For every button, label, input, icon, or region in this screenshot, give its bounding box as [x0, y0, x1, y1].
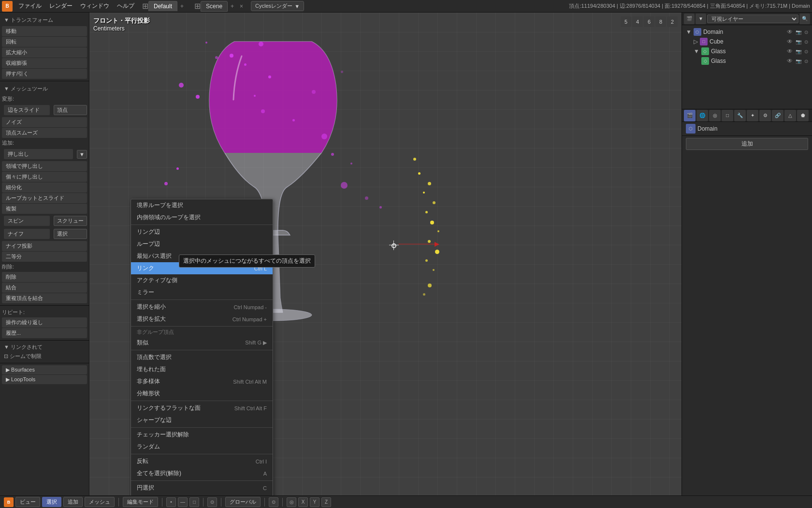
scene-camera-btn[interactable]: 🎬 [684, 14, 695, 24]
push-pull-btn[interactable]: 押す/引く [2, 69, 87, 79]
scene-tab-add[interactable]: + [228, 2, 237, 11]
edit-mode-btn[interactable]: 編集モード [123, 497, 158, 507]
ctx-item-チェッカー選択解除[interactable]: チェッカー選択解除 [131, 429, 273, 441]
extrude-dropdown-btn[interactable]: ▼ [77, 150, 87, 159]
blender-icon[interactable]: B [2, 1, 13, 12]
mirror-x-icon[interactable]: X [298, 497, 308, 507]
extrude-region-btn[interactable]: 領域で押し出し [2, 161, 87, 171]
menu-window[interactable]: ウィンドウ [76, 1, 113, 11]
bisect-btn[interactable]: 二等分 [2, 252, 87, 262]
bsurfaces-btn[interactable]: ▶ Bsurfaces [2, 365, 87, 374]
cube-render-icon[interactable]: ⊙ [804, 39, 808, 45]
cube-camera-icon[interactable]: 📷 [796, 39, 801, 45]
scene-view-select[interactable]: 可視レイヤー [707, 15, 798, 23]
move-btn[interactable]: 移動 [2, 26, 87, 36]
glass-render-icon[interactable]: ⊙ [804, 49, 808, 54]
snap-icon[interactable]: ⊙ [207, 497, 217, 507]
glass-child-camera-icon[interactable]: 📷 [796, 59, 801, 64]
numpad-6-icon[interactable]: 6 [644, 16, 654, 27]
scale-btn[interactable]: 拡大縮小 [2, 47, 87, 58]
particle-props-icon[interactable]: ✦ [747, 110, 758, 121]
data-props-icon[interactable]: △ [784, 110, 796, 121]
menu-file[interactable]: ファイル [14, 1, 45, 11]
numpad-8-icon[interactable]: 8 [655, 16, 666, 27]
ctx-item-境界ループを選択[interactable]: 境界ループを選択 [131, 199, 273, 211]
tree-item-cube[interactable]: ▷ □ Cube 👁 📷 ⊙ [692, 37, 810, 46]
face-mode-icon[interactable]: □ [189, 497, 199, 507]
tree-item-glass-child[interactable]: ◇ Glass 👁 📷 ⊙ [699, 56, 810, 66]
menu-render[interactable]: レンダー [45, 1, 76, 11]
ctx-item-内側領域のループを選択[interactable]: 内側領域のループを選択 [131, 211, 273, 224]
domain-eye-icon[interactable]: 👁 [787, 29, 793, 35]
ctx-item-円選択[interactable]: 円選択C [131, 482, 273, 494]
edge-slide-btn[interactable]: 辺をスライド [4, 105, 50, 115]
tree-item-glass-parent[interactable]: ▼ ◇ Glass 👁 📷 ⊙ [692, 46, 810, 56]
mirror-y-icon[interactable]: Y [310, 497, 319, 507]
global-btn[interactable]: グローバル [225, 497, 261, 507]
domain-render-icon[interactable]: ⊙ [804, 30, 808, 35]
repeat-btn[interactable]: 操作の繰り返し [2, 317, 87, 328]
ctx-item-矩形選択[interactable]: 矩形選択B [131, 494, 273, 495]
render-props-icon[interactable]: 🎬 [684, 110, 696, 121]
domain-type-icon[interactable]: ⬡ [686, 124, 696, 134]
glass-eye-icon[interactable]: 👁 [787, 48, 793, 55]
extrude-btn[interactable]: 押し出し [4, 149, 73, 159]
cube-eye-icon[interactable]: 👁 [787, 38, 793, 45]
blender-small-icon[interactable]: B [4, 497, 14, 507]
smooth-btn[interactable]: 頂点スムーズ [2, 128, 87, 138]
glass-child-render-icon[interactable]: ⊙ [804, 59, 808, 64]
menu-help[interactable]: ヘルプ [113, 1, 138, 11]
knife-project-btn[interactable]: ナイフ投影 [2, 241, 87, 251]
rotate-btn[interactable]: 回転 [2, 37, 87, 47]
glass-child-eye-icon[interactable]: 👁 [787, 58, 793, 64]
spin-btn[interactable]: スピン [4, 216, 50, 226]
ctx-item-選択を縮小[interactable]: 選択を縮小Ctrl Numpad - [131, 301, 273, 313]
scene-filter-btn[interactable]: ▼ [696, 14, 706, 24]
merge-btn[interactable]: 結合 [2, 283, 87, 293]
subdivide-btn[interactable]: 細分化 [2, 182, 87, 193]
ctx-item-ミラー[interactable]: ミラー [131, 286, 273, 299]
tab-add[interactable]: + [177, 2, 187, 11]
extrude-individual-btn[interactable]: 個々に押し出し [2, 172, 87, 182]
numpad-5-icon[interactable]: 5 [621, 16, 631, 27]
vertex-mode-icon[interactable]: • [166, 497, 176, 507]
object-props-icon[interactable]: □ [722, 110, 733, 121]
ctx-item-類似[interactable]: 類似Shift G ▶ [131, 337, 273, 349]
view-menu-btn[interactable]: ビュー [15, 497, 40, 507]
scene-tab-close[interactable]: × [238, 2, 245, 11]
delete-btn[interactable]: 削除 [2, 272, 87, 282]
onion-icon[interactable]: ◎ [287, 497, 296, 507]
ctx-item-非多様体[interactable]: 非多様体Shift Ctrl Alt M [131, 375, 273, 388]
tree-item-domain[interactable]: ▼ ⬡ Domain 👁 📷 ⊙ [684, 27, 810, 37]
mirror-z-icon[interactable]: Z [321, 497, 331, 507]
ctx-item-全てを選択(解除)[interactable]: 全てを選択(解除)A [131, 467, 273, 479]
looptools-btn[interactable]: ▶ LoopTools [2, 375, 87, 384]
ctx-item-埋もれた面[interactable]: 埋もれた面 [131, 363, 273, 375]
ctx-item-反転[interactable]: 反転Ctrl I [131, 455, 273, 467]
proportional-icon[interactable]: ⊙ [269, 497, 278, 507]
ctx-item-リング辺[interactable]: リング辺 [131, 226, 273, 238]
scene-props-icon[interactable]: 🌐 [696, 110, 708, 121]
ctx-item-頂点数で選択[interactable]: 頂点数で選択 [131, 351, 273, 363]
select-menu-btn[interactable]: 選択 [42, 497, 61, 507]
ctx-item-ランダム[interactable]: ランダム [131, 441, 273, 453]
merge-duplicate-btn[interactable]: 重複頂点を結合 [2, 293, 87, 303]
ctx-item-選択を拡大[interactable]: 選択を拡大Ctrl Numpad + [131, 313, 273, 325]
mesh-menu-btn[interactable]: メッシュ [85, 497, 115, 507]
ctx-item-リンクするフラットな面[interactable]: リンクするフラットな面Shift Ctrl Alt F [131, 402, 273, 414]
history-btn[interactable]: 履歴... [2, 328, 87, 338]
shrink-btn[interactable]: 収縮膨張 [2, 58, 87, 68]
scene-search-btn[interactable]: 🔍 [799, 14, 810, 24]
glass-camera-icon[interactable]: 📷 [796, 49, 801, 54]
tab-scene[interactable]: Scene [201, 1, 228, 12]
ctx-item-分離形状[interactable]: 分離形状 [131, 388, 273, 400]
numpad-2-icon[interactable]: 2 [667, 16, 678, 27]
add-btn[interactable]: 追加 [686, 138, 808, 150]
edge-mode-icon[interactable]: — [178, 497, 188, 507]
ctx-item-シャープな辺[interactable]: シャープな辺 [131, 414, 273, 426]
add-menu-btn[interactable]: 追加 [63, 497, 83, 507]
ctx-item-アクティブな側[interactable]: アクティブな側 [131, 274, 273, 286]
numpad-4-icon[interactable]: 4 [632, 16, 643, 27]
domain-camera-icon[interactable]: 📷 [796, 30, 801, 35]
duplicate-btn[interactable]: 複製 [2, 204, 87, 214]
